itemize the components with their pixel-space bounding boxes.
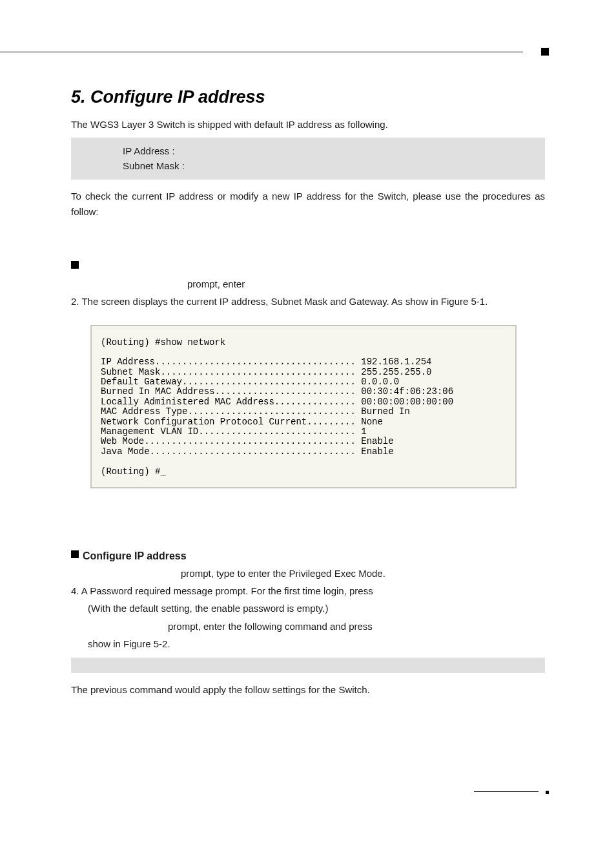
procedure-intro: To check the current IP address or modif…	[71, 189, 545, 220]
bullet-square-icon	[71, 261, 79, 269]
document-page: 5. Configure IP address The WGS3 Layer 3…	[0, 0, 616, 865]
step-4a: 4. A Password required message prompt. F…	[71, 583, 545, 598]
step-4b: (With the default setting, the enable pa…	[71, 601, 545, 616]
bullet-square-icon	[71, 550, 79, 558]
page-footer-marker	[546, 791, 549, 794]
command-box	[71, 658, 545, 673]
default-ip-box: IP Address : Subnet Mask :	[71, 138, 545, 180]
step-5b: show in Figure 5-2.	[71, 636, 545, 651]
intro-text: The WGS3 Layer 3 Switch is shipped with …	[71, 117, 545, 132]
default-subnet-line: Subnet Mask :	[123, 159, 533, 174]
section-heading: 5. Configure IP address	[71, 87, 545, 107]
show-ip-subhead	[71, 261, 545, 273]
step-3: prompt, type to enter the Privileged Exe…	[71, 566, 545, 581]
page-header-marker	[541, 48, 549, 56]
default-ip-line: IP Address :	[123, 144, 533, 159]
header-rule	[0, 52, 523, 52]
terminal-output: (Routing) #show network IP Address......…	[90, 325, 517, 488]
step-2: 2. The screen displays the current IP ad…	[71, 294, 545, 309]
closing-text: The previous command would apply the fol…	[71, 682, 545, 698]
footer-rule	[474, 791, 539, 792]
configure-ip-subhead: Configure IP address	[71, 550, 545, 562]
figure-caption: Figure 5-1	[71, 499, 545, 509]
step-5a: prompt, enter the following command and …	[71, 619, 545, 634]
step-1: prompt, enter	[71, 276, 545, 291]
